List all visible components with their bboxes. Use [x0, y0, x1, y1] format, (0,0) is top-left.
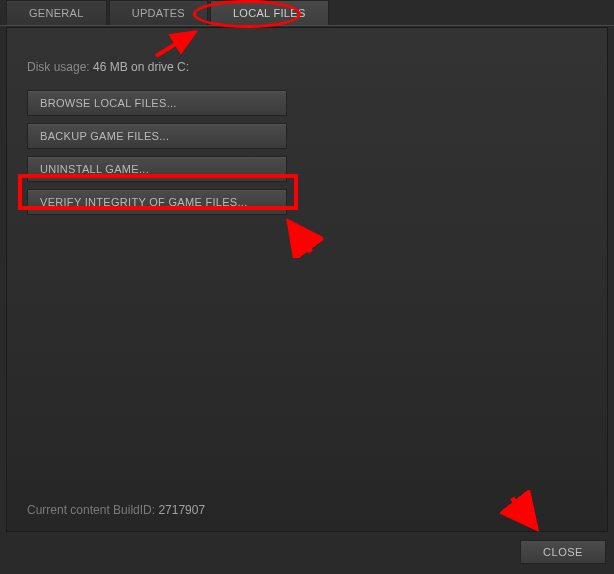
footer: CLOSE [520, 540, 606, 564]
tab-local-files[interactable]: LOCAL FILES [210, 0, 329, 25]
uninstall-game-button[interactable]: UNINSTALL GAME... [27, 156, 287, 182]
build-id-value: 2717907 [158, 503, 205, 517]
backup-game-files-button[interactable]: BACKUP GAME FILES... [27, 123, 287, 149]
browse-local-files-button[interactable]: BROWSE LOCAL FILES... [27, 90, 287, 116]
tab-general[interactable]: GENERAL [6, 0, 107, 25]
close-button[interactable]: CLOSE [520, 540, 606, 564]
disk-usage-label: Disk usage: [27, 60, 93, 74]
action-button-list: BROWSE LOCAL FILES... BACKUP GAME FILES.… [27, 90, 587, 215]
content-panel: Disk usage: 46 MB on drive C: BROWSE LOC… [6, 27, 608, 532]
tab-bar: GENERAL UPDATES LOCAL FILES [0, 0, 614, 26]
disk-usage-value: 46 MB on drive C: [93, 60, 189, 74]
disk-usage-text: Disk usage: 46 MB on drive C: [27, 60, 587, 74]
build-id-text: Current content BuildID: 2717907 [27, 503, 205, 517]
verify-integrity-button[interactable]: VERIFY INTEGRITY OF GAME FILES... [27, 189, 287, 215]
build-id-label: Current content BuildID: [27, 503, 158, 517]
tab-updates[interactable]: UPDATES [109, 0, 208, 25]
